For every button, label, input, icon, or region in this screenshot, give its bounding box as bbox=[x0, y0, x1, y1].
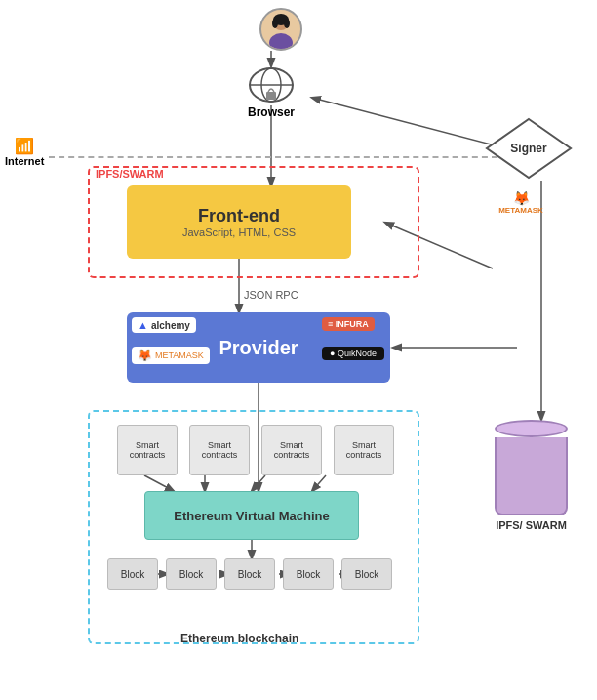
svg-rect-25 bbox=[266, 92, 276, 100]
internet-line bbox=[49, 156, 498, 158]
block-2: Block bbox=[166, 558, 217, 590]
ipfs-cylinder-label: IPFS/ SWARM bbox=[495, 519, 568, 531]
metamask-provider-label: METAMASK bbox=[155, 350, 204, 360]
ethereum-blockchain-label: Ethereum blockchain bbox=[180, 632, 298, 645]
block-5: Block bbox=[341, 558, 392, 590]
internet-label: Internet bbox=[5, 155, 44, 167]
svg-text:Signer: Signer bbox=[510, 142, 547, 155]
ipfs-swarm-label: IPFS/SWARM bbox=[96, 168, 164, 180]
smart-contracts-row: Smart contracts Smart contracts Smart co… bbox=[117, 425, 394, 475]
smart-contract-4: Smart contracts bbox=[334, 425, 394, 475]
evm-box: Ethereum Virtual Machine bbox=[144, 491, 359, 540]
metamask-signer-label: METAMASK bbox=[482, 206, 560, 215]
smart-contract-3: Smart contracts bbox=[261, 425, 322, 475]
signer-diamond: Signer bbox=[485, 117, 573, 181]
infura-label: ≡ INFURA bbox=[328, 319, 369, 329]
provider-label: Provider bbox=[219, 337, 298, 359]
browser-label: Browser bbox=[232, 105, 310, 119]
browser-box: Browser bbox=[232, 66, 310, 119]
frontend-box: Front-end JavaScript, HTML, CSS bbox=[127, 185, 351, 259]
alchemy-badge: ▲ alchemy bbox=[132, 317, 196, 333]
json-rpc-label: JSON RPC bbox=[244, 289, 298, 301]
frontend-subtitle: JavaScript, HTML, CSS bbox=[182, 226, 296, 238]
avatar-icon bbox=[259, 8, 302, 51]
evm-label: Ethereum Virtual Machine bbox=[174, 509, 329, 523]
user-avatar bbox=[252, 8, 310, 51]
quicknode-badge: ● QuikNode bbox=[322, 347, 384, 360]
cylinder-body bbox=[495, 437, 568, 515]
svg-point-18 bbox=[269, 33, 293, 49]
diagram: Browser 📶 Internet Signer 🦊 METAMASK IPF… bbox=[0, 0, 597, 700]
block-3: Block bbox=[224, 558, 275, 590]
metamask-provider-badge: 🦊 METAMASK bbox=[132, 347, 210, 364]
infura-badge: ≡ INFURA bbox=[322, 317, 375, 331]
internet-section: 📶 Internet bbox=[5, 137, 44, 167]
frontend-title: Front-end bbox=[198, 206, 280, 226]
ipfs-swarm-cylinder: IPFS/ SWARM bbox=[495, 420, 568, 531]
quicknode-label: ● QuikNode bbox=[330, 349, 377, 358]
metamask-signer-badge: 🦊 METAMASK bbox=[482, 190, 560, 215]
smart-contract-1: Smart contracts bbox=[117, 425, 178, 475]
block-1: Block bbox=[107, 558, 158, 590]
browser-icon bbox=[247, 66, 296, 103]
svg-point-21 bbox=[284, 19, 290, 28]
cylinder-top bbox=[495, 420, 568, 437]
blocks-row: Block Block Block Block Block bbox=[107, 558, 392, 590]
alchemy-label: alchemy bbox=[151, 320, 190, 331]
wifi-icon: 📶 bbox=[5, 137, 44, 155]
smart-contract-2: Smart contracts bbox=[189, 425, 250, 475]
svg-point-20 bbox=[272, 19, 278, 28]
block-4: Block bbox=[283, 558, 334, 590]
